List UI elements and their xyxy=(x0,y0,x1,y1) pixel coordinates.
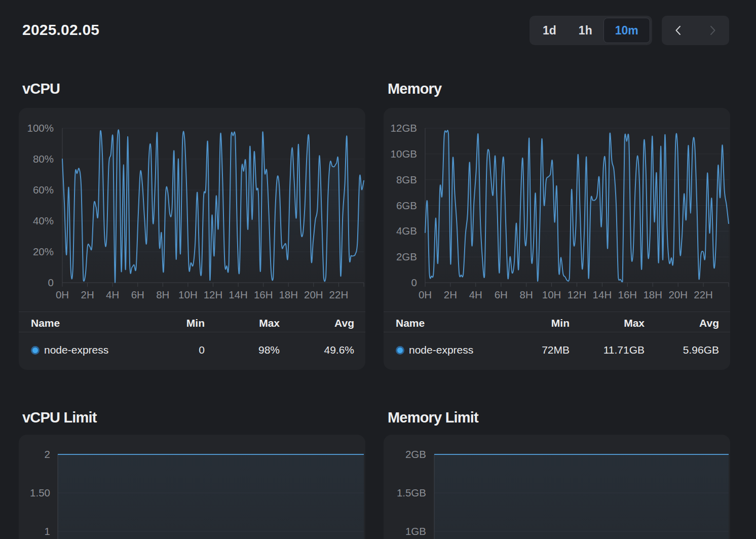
svg-text:1: 1 xyxy=(45,525,50,537)
svg-text:80%: 80% xyxy=(33,153,54,165)
svg-text:16H: 16H xyxy=(618,289,637,300)
svg-text:20H: 20H xyxy=(668,289,688,300)
svg-text:4H: 4H xyxy=(106,289,119,300)
svg-text:14H: 14H xyxy=(593,289,612,300)
svg-text:6GB: 6GB xyxy=(396,200,417,211)
svg-text:22H: 22H xyxy=(694,289,713,300)
svg-text:6H: 6H xyxy=(495,289,508,300)
svg-text:2H: 2H xyxy=(444,289,457,300)
svg-text:14H: 14H xyxy=(229,289,248,300)
svg-text:0: 0 xyxy=(48,277,54,288)
svg-text:8H: 8H xyxy=(520,289,533,300)
svg-text:0: 0 xyxy=(411,277,417,288)
svg-text:12H: 12H xyxy=(568,289,587,300)
svg-text:2: 2 xyxy=(45,448,50,460)
svg-text:40%: 40% xyxy=(33,215,54,226)
svg-text:6H: 6H xyxy=(131,289,144,300)
svg-text:1GB: 1GB xyxy=(405,525,426,537)
svg-text:1.5GB: 1.5GB xyxy=(397,487,426,498)
svg-text:12H: 12H xyxy=(204,289,223,300)
svg-text:18H: 18H xyxy=(279,289,298,300)
svg-text:2H: 2H xyxy=(81,289,94,300)
svg-text:12GB: 12GB xyxy=(391,122,417,134)
svg-text:20%: 20% xyxy=(33,246,54,257)
svg-text:100%: 100% xyxy=(27,122,54,134)
svg-text:16H: 16H xyxy=(254,289,273,300)
svg-text:8H: 8H xyxy=(156,289,169,300)
svg-text:18H: 18H xyxy=(643,289,662,300)
svg-text:20H: 20H xyxy=(304,289,323,300)
svg-text:0H: 0H xyxy=(56,289,69,300)
svg-text:4H: 4H xyxy=(469,289,482,300)
svg-text:8GB: 8GB xyxy=(396,174,417,185)
svg-text:1.50: 1.50 xyxy=(30,487,50,498)
svg-text:10H: 10H xyxy=(542,289,561,300)
svg-text:0H: 0H xyxy=(419,289,432,300)
svg-text:22H: 22H xyxy=(329,289,349,300)
svg-text:4GB: 4GB xyxy=(396,225,417,237)
svg-text:10GB: 10GB xyxy=(391,148,417,160)
svg-text:60%: 60% xyxy=(33,184,54,196)
svg-text:2GB: 2GB xyxy=(396,251,417,262)
svg-text:10H: 10H xyxy=(178,289,198,300)
svg-text:2GB: 2GB xyxy=(405,448,426,460)
